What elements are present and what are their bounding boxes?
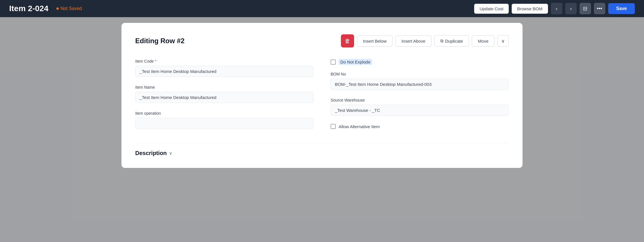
print-button[interactable]: ⊟ — [580, 3, 591, 14]
description-header[interactable]: Description ∨ — [135, 150, 509, 156]
next-button[interactable]: › — [565, 3, 577, 14]
page-title: Item 2-024 — [9, 4, 48, 13]
item-code-input[interactable] — [135, 66, 313, 77]
print-icon: ⊟ — [583, 5, 587, 12]
item-code-label: Item Code * — [135, 59, 313, 64]
item-operation-input[interactable] — [135, 118, 313, 129]
not-saved-dot — [56, 7, 59, 10]
form-left-column: Item Code * Item Name Item operation — [135, 59, 313, 137]
source-warehouse-label: Source Warehouse — [331, 98, 509, 102]
next-icon: › — [570, 6, 572, 12]
header-bar: Item 2-024 Not Saved Update Cost Browse … — [0, 0, 644, 17]
more-options-button[interactable]: ∨ — [497, 35, 509, 47]
insert-above-button[interactable]: Insert Above — [395, 35, 431, 47]
not-saved-label: Not Saved — [60, 6, 82, 11]
delete-row-button[interactable]: 🗑 — [341, 34, 354, 47]
prev-button[interactable]: ‹ — [551, 3, 562, 14]
modal-dialog: Editing Row #2 🗑 Insert Below Insert Abo… — [121, 23, 523, 168]
item-code-group: Item Code * — [135, 59, 313, 77]
description-chevron-icon: ∨ — [169, 150, 172, 156]
item-operation-group: Item operation — [135, 111, 313, 129]
do-not-explode-row: Do Not Explode — [331, 59, 509, 65]
trash-icon: 🗑 — [345, 38, 350, 44]
required-star: * — [155, 59, 156, 64]
update-cost-button[interactable]: Update Cost — [474, 4, 509, 14]
bom-no-input[interactable] — [331, 79, 509, 90]
form-right-column: Do Not Explode BOM No Source Warehouse A… — [331, 59, 509, 137]
move-button[interactable]: Move — [472, 35, 494, 47]
duplicate-button[interactable]: ⧉ Duplicate — [434, 35, 469, 47]
allow-alternative-item-row: Allow Alternative Item — [331, 124, 509, 129]
item-operation-label: Item operation — [135, 111, 313, 116]
chevron-down-icon: ∨ — [501, 38, 505, 44]
duplicate-label: Duplicate — [445, 39, 463, 43]
form-grid: Item Code * Item Name Item operation — [135, 59, 509, 137]
allow-alternative-item-label[interactable]: Allow Alternative Item — [339, 124, 380, 129]
bom-no-group: BOM No — [331, 72, 509, 90]
item-name-label: Item Name — [135, 85, 313, 90]
source-warehouse-group: Source Warehouse — [331, 98, 509, 116]
modal-header-actions: 🗑 Insert Below Insert Above ⧉ Duplicate … — [341, 34, 509, 47]
item-name-input[interactable] — [135, 92, 313, 103]
save-button[interactable]: Save — [608, 3, 635, 14]
do-not-explode-label[interactable]: Do Not Explode — [339, 59, 372, 65]
more-icon: ••• — [597, 6, 602, 12]
description-section: Description ∨ — [135, 143, 509, 156]
modal-overlay: Editing Row #2 🗑 Insert Below Insert Abo… — [0, 17, 644, 242]
description-title: Description — [135, 150, 167, 156]
do-not-explode-checkbox[interactable] — [331, 59, 336, 65]
allow-alternative-item-checkbox[interactable] — [331, 124, 336, 129]
modal-header: Editing Row #2 🗑 Insert Below Insert Abo… — [135, 34, 509, 47]
browse-bom-button[interactable]: Browse BOM — [512, 4, 548, 14]
insert-below-button[interactable]: Insert Below — [357, 35, 393, 47]
duplicate-icon: ⧉ — [440, 38, 443, 43]
prev-icon: ‹ — [556, 6, 557, 12]
modal-title: Editing Row #2 — [135, 37, 184, 45]
bom-no-label: BOM No — [331, 72, 509, 76]
more-button[interactable]: ••• — [594, 3, 605, 14]
not-saved-badge: Not Saved — [56, 6, 82, 11]
item-name-group: Item Name — [135, 85, 313, 103]
source-warehouse-input[interactable] — [331, 105, 509, 116]
header-actions: Update Cost Browse BOM ‹ › ⊟ ••• Save — [474, 3, 635, 14]
